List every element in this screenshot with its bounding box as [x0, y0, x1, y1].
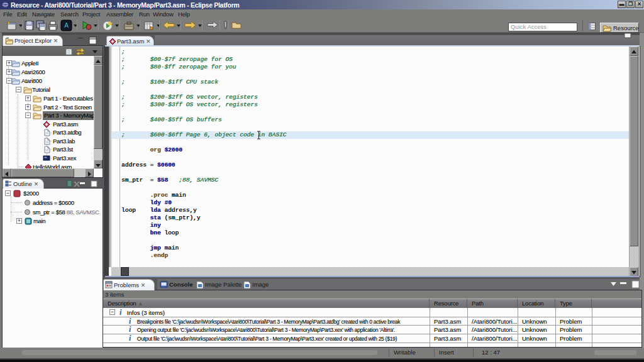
svg-text:A: A	[64, 22, 69, 29]
